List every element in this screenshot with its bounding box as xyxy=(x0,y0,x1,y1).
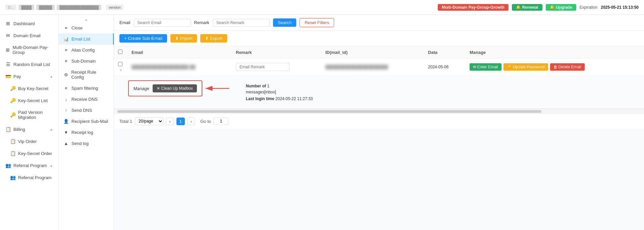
manage-buttons: ✉ Enter Email 🔑 Update Password 🗑 Delete xyxy=(470,63,640,71)
chevron-up-icon: ▲ xyxy=(50,128,53,131)
search-button[interactable]: Search xyxy=(273,18,296,27)
nav-item-label: Alias Config xyxy=(71,48,95,53)
expand-arrow[interactable]: ∨ xyxy=(119,68,122,72)
nav-item-label: Recipient Sub-Mail xyxy=(71,119,108,124)
row-date-cell: 2024-05-06 xyxy=(424,59,466,76)
nav-item-label: Receive DNS xyxy=(71,97,98,102)
sidebar-item-random-email[interactable]: ☰ Random Email List xyxy=(0,58,58,70)
billing-icon: 📋 xyxy=(5,127,11,132)
badge-upgrade[interactable]: 🔔 Upgrade xyxy=(546,4,576,11)
email-list-icon: 📊 xyxy=(63,36,69,42)
goto-label: Go to xyxy=(200,119,211,124)
cleanup-mailbox-button[interactable]: ✕ Clean Up Mailbox xyxy=(153,84,197,92)
total-value: 1 xyxy=(130,119,132,124)
nav-item-label: Close xyxy=(71,25,83,30)
import-button[interactable]: ⬆ Import xyxy=(170,34,197,43)
nav-item-label: Spam filtering xyxy=(71,86,98,91)
update-password-button[interactable]: 🔑 Update Password xyxy=(503,63,548,71)
sidebar-item-referral-sub[interactable]: 👥 Referral Program xyxy=(0,171,58,183)
domain-badge-1: ████ xyxy=(18,5,34,10)
remark-search-input[interactable] xyxy=(213,19,270,27)
sidebar-item-billing[interactable]: 📋 Billing ▲ xyxy=(0,123,58,135)
sidebar-item-vip-order[interactable]: 📋 Vip Order xyxy=(0,135,58,147)
goto-input[interactable] xyxy=(214,118,228,125)
sidebar-item-key-order[interactable]: 📋 Key-Secret Order xyxy=(0,147,58,159)
number-of-messages-row: Number of 1 xyxy=(246,84,313,88)
row-checkbox[interactable] xyxy=(118,62,122,66)
nav-item-send-dns[interactable]: ↑ Send DNS xyxy=(59,105,114,116)
send-log-icon: ▲ xyxy=(63,141,69,146)
sidebar-item-label: Referral Program xyxy=(18,175,52,180)
remark-input[interactable] xyxy=(236,63,289,71)
email-value: ████████████████████ ██ xyxy=(131,65,195,69)
header-manage: Manage xyxy=(466,46,644,59)
sidebar-item-domain-email[interactable]: ✉ Domain Email xyxy=(0,29,58,42)
content-area: Email Remark Search Reset Filters + Crea… xyxy=(114,15,644,230)
select-all-checkbox[interactable] xyxy=(118,50,122,54)
alias-icon: ≡ xyxy=(63,48,69,53)
enter-email-button[interactable]: ✉ Enter Email xyxy=(470,63,501,71)
nav-item-alias-config[interactable]: ≡ Alias Config xyxy=(59,45,114,56)
nav-item-label: Email List xyxy=(71,36,90,42)
sidebar-item-multi-domain[interactable]: ⊞ Multi-Domain Pay-Group xyxy=(0,42,58,58)
email-table: Email Remark ID(mail_id) Data Manage ∨ xyxy=(114,46,644,109)
nav-item-email-list[interactable]: 📊 Email List xyxy=(59,33,114,45)
key-order-icon: 📋 xyxy=(10,151,15,156)
sidebar-item-pay[interactable]: 💳 Pay ▲ xyxy=(0,70,58,82)
manage-label: Manage xyxy=(133,86,149,91)
last-login-label: Last login time xyxy=(246,96,274,101)
pagination-total: Total 1 xyxy=(119,119,132,124)
delete-email-button[interactable]: 🗑 Delete Email xyxy=(550,63,585,71)
expand-cell: Manage ✕ Clean Up Mailbox xyxy=(114,76,644,109)
random-email-icon: ☰ xyxy=(5,62,11,67)
recipient-icon: 👤 xyxy=(63,119,69,124)
close-icon: ≡ xyxy=(63,25,69,30)
nav-item-label: Send log xyxy=(71,141,89,146)
trash-icon: 🗑 xyxy=(553,65,557,69)
sidebar-item-dashboard[interactable]: ⊞ Dashboard xyxy=(0,17,58,29)
sidebar-item-label: Domain Email xyxy=(13,33,41,38)
nav-item-receive-dns[interactable]: ↓ Receive DNS xyxy=(59,94,114,105)
create-sub-email-button[interactable]: + Create Sub-Email xyxy=(119,34,167,43)
row-id-cell: ██████████████████████ xyxy=(321,59,424,76)
sidebar-item-label: Pay xyxy=(13,74,21,79)
nav-item-spam-filter[interactable]: ≡ Spam filtering xyxy=(59,83,114,94)
badge-renewal[interactable]: 🔔 Renewal xyxy=(512,4,542,11)
reset-filters-button[interactable]: Reset Filters xyxy=(300,18,334,27)
nav-item-send-log[interactable]: ▲ Send log xyxy=(59,138,114,149)
action-bar: + Create Sub-Email ⬆ Import ⬆ Export xyxy=(114,31,644,46)
sidebar-item-key-list[interactable]: 🔑 Key-Secret List xyxy=(0,94,58,106)
nav-item-sub-domain[interactable]: ≡ Sub-Domain xyxy=(59,56,114,67)
nav-item-receipt-rule[interactable]: ⚙ Receipt Rule Config xyxy=(59,67,114,83)
horizontal-scrollbar[interactable] xyxy=(114,109,644,113)
next-page-button[interactable]: › xyxy=(187,118,195,125)
multi-domain-icon: ⊞ xyxy=(5,47,10,53)
sidebar-item-paid-migration[interactable]: 🔑 Paid Version Migration xyxy=(0,106,58,123)
page-size-select[interactable]: 10/page 20/page 50/page 100/page xyxy=(135,117,163,125)
header-data: Data xyxy=(424,46,466,59)
scroll-up-icon: ▲ xyxy=(85,18,88,21)
badge-multi[interactable]: Multi-Domain Pay-Group-Growth xyxy=(438,4,508,11)
sidebar-item-referral[interactable]: 👥 Referral Program ▲ xyxy=(0,159,58,171)
sidebar-item-buy-key[interactable]: 🔑 Buy Key-Secret xyxy=(0,82,58,94)
chevron-up-icon: ▲ xyxy=(50,75,53,78)
current-page-button[interactable]: 1 xyxy=(176,118,185,125)
email-search-input[interactable] xyxy=(134,19,191,27)
sub-domain-icon: ≡ xyxy=(63,59,69,64)
sidebar: ⊞ Dashboard ✉ Domain Email ⊞ Multi-Domai… xyxy=(0,15,59,230)
nav-item-label: Receipt log xyxy=(71,130,93,135)
last-login-row: Last login time 2024-05-22 11:27:33 xyxy=(246,96,313,101)
key-icon: 🔑 xyxy=(507,65,512,69)
nav-item-recipient-sub[interactable]: 👤 Recipient Sub-Mail xyxy=(59,116,114,127)
nav-item-receipt-log[interactable]: ▼ Receipt log xyxy=(59,127,114,138)
sidebar-item-label: Buy Key-Secret xyxy=(18,86,48,91)
prev-page-button[interactable]: ‹ xyxy=(166,118,173,125)
vip-icon: 📋 xyxy=(10,139,15,144)
expand-content: Manage ✕ Clean Up Mailbox xyxy=(118,79,640,105)
pagination-bar: Total 1 10/page 20/page 50/page 100/page… xyxy=(114,113,644,129)
export-button[interactable]: ⬆ Export xyxy=(200,34,227,43)
email-filter-label: Email xyxy=(119,20,130,25)
nav-item-close[interactable]: ≡ Close xyxy=(59,22,114,33)
enter-label: Enter Email xyxy=(477,65,498,69)
sidebar-item-label: Multi-Domain Pay-Group xyxy=(12,45,53,55)
